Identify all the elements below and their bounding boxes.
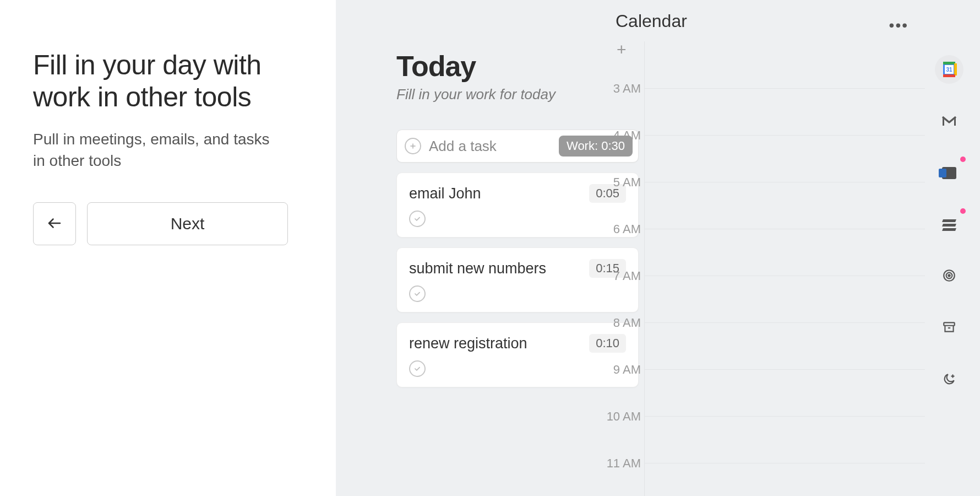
hour-label: 10 AM: [606, 409, 641, 424]
calendar-add-icon[interactable]: +: [617, 40, 627, 59]
svg-point-5: [948, 274, 950, 276]
rail-archive-button[interactable]: [935, 314, 963, 343]
today-column: Today Fill in your work for today Add a …: [336, 0, 600, 496]
hour-label: 11 AM: [606, 456, 641, 471]
notification-dot: [960, 208, 966, 214]
next-button[interactable]: Next: [87, 202, 288, 245]
rail-google-calendar-button[interactable]: [935, 55, 963, 84]
arrow-left-icon: [46, 215, 63, 233]
check-circle-icon[interactable]: [409, 285, 426, 302]
back-button[interactable]: [33, 202, 76, 245]
hour-line: [644, 463, 925, 463]
moon-icon: [942, 372, 956, 389]
calendar-title: Calendar: [616, 11, 687, 31]
hour-label: 5 AM: [606, 175, 641, 190]
hour-label: 4 AM: [606, 128, 641, 143]
today-title: Today: [396, 50, 600, 83]
rail-todoist-button[interactable]: [935, 211, 963, 239]
app-area: Today Fill in your work for today Add a …: [336, 0, 980, 496]
target-icon: [942, 268, 956, 285]
rail-outlook-button[interactable]: [935, 159, 963, 187]
archive-icon: [942, 320, 956, 337]
more-icon[interactable]: •••: [889, 17, 908, 34]
hour-line: [644, 322, 925, 323]
hour-line: [644, 276, 925, 276]
onboarding-subtitle: Pull in meetings, emails, and tasks in o…: [33, 128, 275, 171]
todoist-icon: [943, 218, 956, 231]
add-task-label: Add a task: [429, 138, 559, 155]
hour-line: [644, 369, 925, 370]
task-title: email John: [409, 185, 481, 202]
svg-rect-6: [944, 322, 955, 325]
hour-label: 6 AM: [606, 222, 641, 236]
hour-label: 3 AM: [606, 82, 641, 96]
onboarding-title: Fill in your day with work in other tool…: [33, 50, 303, 113]
rail-night-button[interactable]: [935, 366, 963, 395]
rail-focus-button[interactable]: [935, 262, 963, 291]
hour-label: 9 AM: [606, 363, 641, 377]
integrations-rail: [935, 55, 963, 395]
hour-label: 7 AM: [606, 269, 641, 283]
task-title: renew registration: [409, 335, 527, 352]
plus-circle-icon: [405, 138, 421, 154]
hour-line: [644, 416, 925, 417]
hour-line: [644, 135, 925, 136]
notification-dot: [960, 157, 966, 162]
check-circle-icon[interactable]: [409, 211, 426, 227]
calendar-grid[interactable]: + 3 AM 4 AM 5 AM 6 AM 7 AM 8 AM 9 AM 10 …: [600, 41, 925, 496]
onboarding-panel: Fill in your day with work in other tool…: [0, 0, 336, 496]
hour-line: [644, 229, 925, 229]
gmail-icon: [941, 116, 957, 127]
calendar-header: Calendar •••: [600, 11, 980, 44]
hour-line: [644, 88, 925, 89]
hour-label: 8 AM: [606, 316, 641, 330]
outlook-icon: [942, 167, 956, 179]
check-circle-icon[interactable]: [409, 360, 426, 377]
today-subtitle: Fill in your work for today: [396, 86, 600, 103]
rail-gmail-button[interactable]: [935, 107, 963, 136]
calendar-column: Calendar ••• + 3 AM 4 AM 5 AM 6 AM 7 AM …: [600, 0, 980, 496]
google-calendar-icon: [941, 62, 957, 77]
hour-line: [644, 182, 925, 182]
task-title: submit new numbers: [409, 260, 546, 277]
onboarding-buttons: Next: [33, 202, 303, 245]
